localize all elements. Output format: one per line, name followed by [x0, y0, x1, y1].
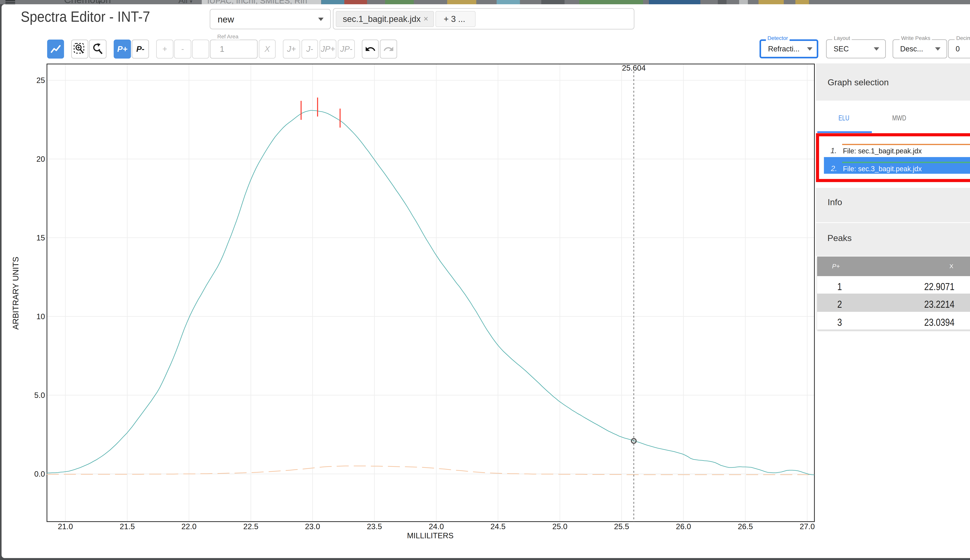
svg-text:15: 15 — [37, 233, 45, 242]
svg-text:25: 25 — [37, 76, 45, 85]
svg-text:ARBITRARY UNITS: ARBITRARY UNITS — [11, 257, 20, 330]
svg-text:26.5: 26.5 — [738, 522, 753, 531]
svg-text:22.0: 22.0 — [181, 522, 197, 531]
svg-text:21.0: 21.0 — [58, 522, 73, 531]
svg-text:21.5: 21.5 — [120, 522, 135, 531]
svg-text:20: 20 — [37, 155, 45, 163]
svg-text:5.0: 5.0 — [34, 391, 45, 400]
svg-text:24.5: 24.5 — [491, 522, 506, 531]
svg-text:0.0: 0.0 — [34, 470, 45, 478]
svg-text:27.0: 27.0 — [800, 522, 815, 531]
svg-text:25.604: 25.604 — [622, 63, 646, 72]
svg-text:25.0: 25.0 — [552, 522, 568, 531]
svg-text:26.0: 26.0 — [676, 522, 691, 531]
svg-text:10: 10 — [37, 312, 45, 321]
svg-text:25.5: 25.5 — [614, 522, 629, 531]
svg-text:23.5: 23.5 — [367, 522, 382, 531]
svg-text:24.0: 24.0 — [429, 522, 444, 531]
svg-text:22.5: 22.5 — [243, 522, 259, 531]
svg-text:MILLILITERS: MILLILITERS — [407, 531, 454, 540]
svg-text:23.0: 23.0 — [305, 522, 320, 531]
